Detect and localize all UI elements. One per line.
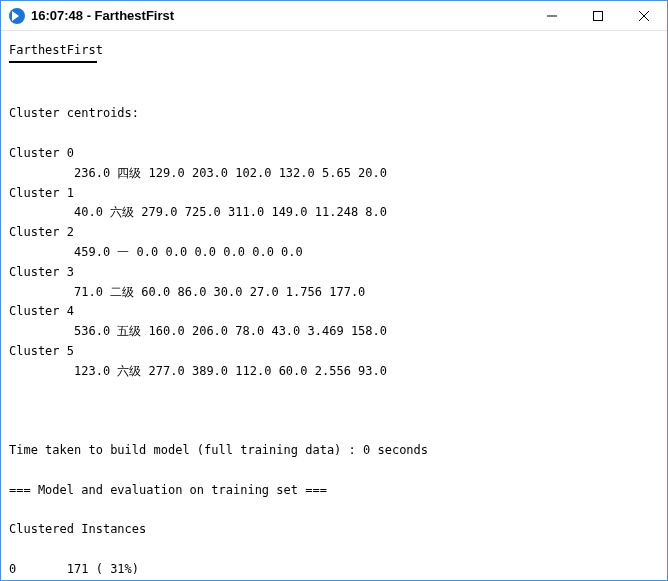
- window-title: 16:07:48 - FarthestFirst: [31, 8, 529, 23]
- close-button[interactable]: [621, 1, 667, 30]
- algorithm-name: FarthestFirst: [9, 43, 103, 57]
- cluster-label: Cluster 0: [9, 146, 74, 160]
- cluster-values: 459.0 一 0.0 0.0 0.0 0.0 0.0 0.0: [9, 245, 303, 259]
- instances-header: Clustered Instances: [9, 522, 146, 536]
- cluster-values: 536.0 五级 160.0 206.0 78.0 43.0 3.469 158…: [9, 324, 387, 338]
- output-area: FarthestFirst Cluster centroids: Cluster…: [1, 31, 667, 580]
- cluster-values: 40.0 六级 279.0 725.0 311.0 149.0 11.248 8…: [9, 205, 387, 219]
- maximize-icon: [593, 11, 603, 21]
- time-line: Time taken to build model (full training…: [9, 443, 428, 457]
- eval-header: === Model and evaluation on training set…: [9, 483, 327, 497]
- cluster-label: Cluster 4: [9, 304, 74, 318]
- cluster-label: Cluster 1: [9, 186, 74, 200]
- cluster-values: 123.0 六级 277.0 389.0 112.0 60.0 2.556 93…: [9, 364, 387, 378]
- svg-rect-1: [594, 11, 603, 20]
- app-icon: [9, 8, 25, 24]
- minimize-icon: [547, 11, 557, 21]
- minimize-button[interactable]: [529, 1, 575, 30]
- titlebar: 16:07:48 - FarthestFirst: [1, 1, 667, 31]
- window-controls: [529, 1, 667, 30]
- cluster-label: Cluster 2: [9, 225, 74, 239]
- cluster-label: Cluster 5: [9, 344, 74, 358]
- maximize-button[interactable]: [575, 1, 621, 30]
- instance-row: 0 171 ( 31%): [9, 562, 139, 576]
- divider: [9, 61, 97, 63]
- cluster-values: 71.0 二级 60.0 86.0 30.0 27.0 1.756 177.0: [9, 285, 365, 299]
- centroids-header: Cluster centroids:: [9, 106, 139, 120]
- close-icon: [639, 11, 649, 21]
- cluster-values: 236.0 四级 129.0 203.0 102.0 132.0 5.65 20…: [9, 166, 387, 180]
- cluster-label: Cluster 3: [9, 265, 74, 279]
